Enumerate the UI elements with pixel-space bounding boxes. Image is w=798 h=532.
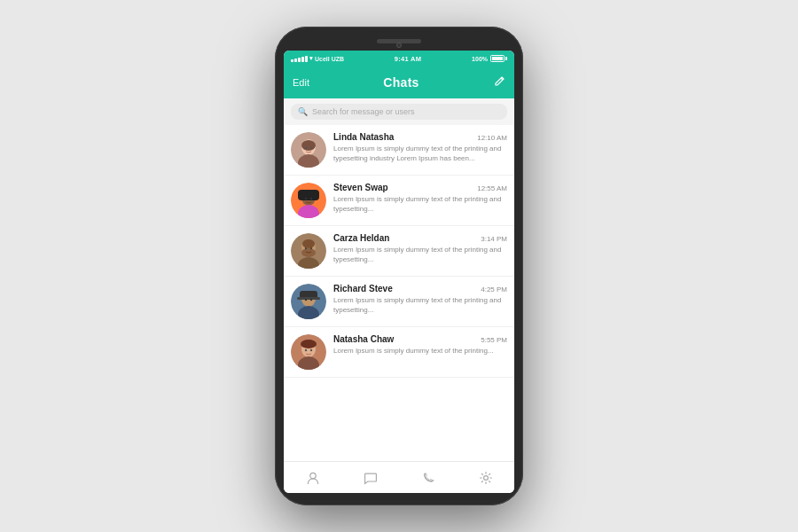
nav-bar: Edit Chats — [284, 66, 514, 98]
chat-list: Linda Natasha 12:10 AM Lorem Ipsum is si… — [284, 125, 514, 461]
chat-name: Steven Swap — [333, 183, 388, 192]
svg-point-31 — [310, 349, 312, 351]
svg-point-33 — [483, 475, 488, 480]
tab-contacts[interactable] — [306, 471, 320, 485]
chat-item[interactable]: Richard Steve 4:25 PM Lorem Ipsum is sim… — [284, 277, 514, 327]
edit-button[interactable]: Edit — [293, 77, 309, 88]
chat-preview: Lorem Ipsum is simply dummy text of the … — [333, 295, 507, 315]
chat-content: Linda Natasha 12:10 AM Lorem Ipsum is si… — [333, 132, 507, 163]
chat-time: 3:14 PM — [481, 235, 507, 243]
svg-point-25 — [310, 299, 312, 301]
search-input[interactable]: Search for message or users — [312, 107, 415, 116]
chat-header: Richard Steve 4:25 PM — [333, 284, 507, 293]
chat-content: Steven Swap 12:55 AM Lorem Ipsum is simp… — [333, 183, 507, 214]
svg-point-4 — [305, 147, 307, 149]
chat-preview: Lorem Ipsum is simply dummy text of the … — [333, 194, 507, 214]
tab-bar — [284, 461, 514, 493]
chat-name: Natasha Chaw — [333, 334, 394, 344]
tab-chats[interactable] — [364, 471, 378, 485]
chat-preview: Lorem Ipsum is simply dummy text of the … — [333, 346, 507, 356]
chat-header: Steven Swap 12:55 AM — [333, 183, 507, 192]
svg-point-30 — [305, 349, 307, 351]
chat-header: Natasha Chaw 5:55 PM — [333, 334, 507, 344]
chat-name: Carza Heldan — [333, 233, 389, 243]
svg-point-11 — [310, 198, 312, 200]
chat-item[interactable]: Carza Heldan 3:14 PM Lorem Ipsum is simp… — [284, 226, 514, 277]
status-time: 9:41 AM — [395, 55, 422, 63]
svg-point-32 — [309, 473, 315, 478]
wifi-icon: ▾ — [309, 55, 313, 62]
svg-point-10 — [305, 198, 307, 200]
chat-content: Natasha Chaw 5:55 PM Lorem Ipsum is simp… — [333, 334, 507, 356]
chat-content: Richard Steve 4:25 PM Lorem Ipsum is sim… — [333, 284, 507, 315]
avatar — [291, 132, 326, 168]
phone-screen: ▾ Ucell UZB 9:41 AM 100% Edit Chats — [284, 51, 514, 493]
chat-item[interactable]: Linda Natasha 12:10 AM Lorem Ipsum is si… — [284, 125, 514, 176]
chat-time: 12:10 AM — [477, 134, 507, 142]
svg-point-18 — [302, 239, 315, 248]
avatar — [291, 183, 326, 218]
svg-point-24 — [305, 299, 307, 301]
status-right: 100% — [472, 55, 507, 62]
svg-point-3 — [301, 140, 316, 151]
chat-item[interactable]: Natasha Chaw 5:55 PM Lorem Ipsum is simp… — [284, 327, 514, 378]
tab-calls[interactable] — [421, 471, 435, 485]
tab-settings[interactable] — [479, 471, 493, 485]
chat-time: 4:25 PM — [481, 286, 507, 293]
phone-frame: ▾ Ucell UZB 9:41 AM 100% Edit Chats — [275, 27, 523, 505]
chat-content: Carza Heldan 3:14 PM Lorem Ipsum is simp… — [333, 233, 507, 264]
chat-time: 5:55 PM — [481, 336, 507, 344]
svg-rect-23 — [297, 297, 320, 300]
chat-name: Richard Steve — [333, 284, 393, 293]
phone-camera — [396, 43, 402, 48]
signal-icon — [291, 56, 308, 62]
battery-icon — [490, 55, 507, 62]
compose-icon[interactable] — [493, 75, 505, 90]
status-bar: ▾ Ucell UZB 9:41 AM 100% — [284, 51, 514, 66]
svg-point-5 — [310, 147, 312, 149]
avatar — [291, 233, 326, 269]
chat-preview: Lorem Ipsum is simply dummy text of the … — [333, 245, 507, 264]
svg-rect-9 — [298, 190, 319, 200]
carrier-name: Ucell UZB — [315, 56, 344, 62]
chat-header: Carza Heldan 3:14 PM — [333, 233, 507, 243]
chat-item[interactable]: Steven Swap 12:55 AM Lorem Ipsum is simp… — [284, 176, 514, 226]
chat-time: 12:55 AM — [477, 184, 507, 192]
chat-name: Linda Natasha — [333, 132, 394, 142]
avatar — [291, 284, 326, 319]
chat-header: Linda Natasha 12:10 AM — [333, 132, 507, 142]
search-icon: 🔍 — [298, 107, 308, 116]
nav-title: Chats — [383, 75, 419, 90]
svg-point-29 — [301, 340, 317, 348]
search-bar[interactable]: 🔍 Search for message or users — [291, 104, 507, 120]
search-container: 🔍 Search for message or users — [284, 98, 514, 125]
chat-preview: Lorem Ipsum is simply dummy text of the … — [333, 144, 507, 163]
avatar — [291, 334, 326, 370]
status-left: ▾ Ucell UZB — [291, 55, 344, 62]
battery-percent: 100% — [472, 56, 488, 62]
